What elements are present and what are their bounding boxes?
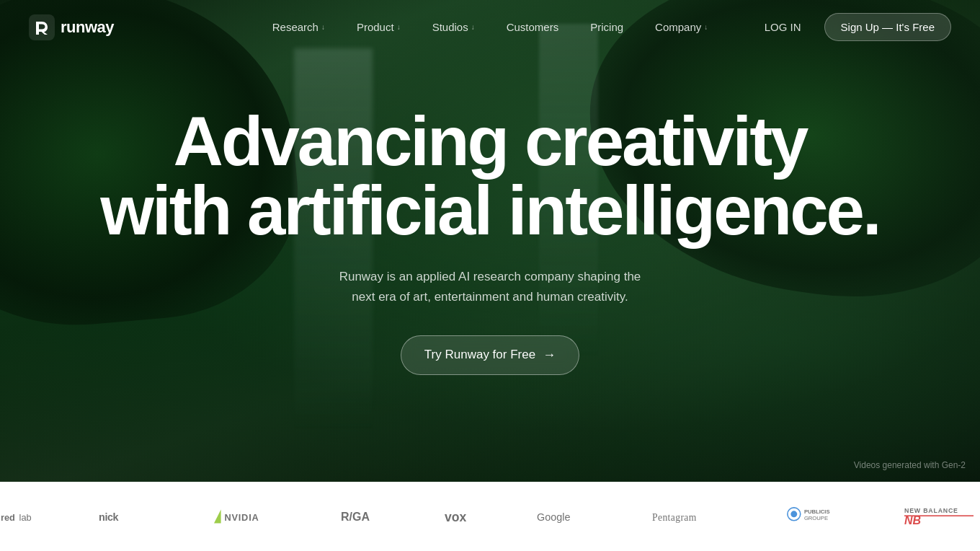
nav-item-research[interactable]: Research ↓: [257, 0, 341, 54]
svg-text:Pentagram: Pentagram: [652, 512, 697, 523]
hero-subtitle: Runway is an applied AI research company…: [100, 267, 879, 306]
cta-button[interactable]: Try Runway for Free →: [401, 335, 579, 375]
svg-text:PUBLICIS: PUBLICIS: [804, 508, 830, 515]
svg-text:vox: vox: [445, 510, 467, 524]
nav-item-pricing[interactable]: Pricing: [574, 0, 639, 54]
svg-text:NB: NB: [904, 514, 921, 526]
nav-links: Research ↓ Product ↓ Studios ↓ Customers…: [257, 0, 724, 54]
hero-content: Advancing creativity with artificial int…: [71, 107, 908, 374]
svg-rect-0: [29, 14, 55, 40]
chevron-down-icon: ↓: [704, 23, 708, 31]
svg-point-12: [790, 511, 797, 517]
nav-actions: LOG IN Sign Up — It's Free: [756, 13, 951, 41]
logo-wordmark: runway: [61, 18, 114, 37]
chevron-down-icon: ↓: [321, 23, 325, 31]
chevron-down-icon: ↓: [397, 23, 401, 31]
logo[interactable]: runway: [29, 14, 114, 40]
navigation: runway Research ↓ Product ↓ Studios ↓ Cu…: [0, 0, 980, 54]
hero-title-line2: with artificial intelligence.: [100, 176, 879, 245]
chevron-down-icon: ↓: [471, 23, 475, 31]
svg-text:lab: lab: [19, 512, 31, 523]
list-item: Google: [514, 482, 629, 551]
list-item: red lab: [0, 482, 76, 551]
nav-item-company[interactable]: Company ↓: [639, 0, 723, 54]
nav-item-studios[interactable]: Studios ↓: [416, 0, 491, 54]
list-item: vox: [422, 482, 514, 551]
svg-text:R/GA: R/GA: [341, 511, 370, 523]
list-item: NEW BALANCE NB: [881, 482, 980, 551]
arrow-right-icon: →: [543, 348, 556, 363]
list-item: NVIDIA: [191, 482, 318, 551]
video-attribution: Videos generated with Gen-2: [854, 460, 966, 470]
nav-item-customers[interactable]: Customers: [491, 0, 575, 54]
svg-text:red: red: [1, 512, 15, 523]
list-item: Pentagram: [629, 482, 762, 551]
sign-up-button[interactable]: Sign Up — It's Free: [824, 13, 951, 41]
list-item: PUBLICIS GROUPE: [762, 482, 881, 551]
svg-marker-5: [214, 509, 221, 523]
hero-section: Advancing creativity with artificial int…: [0, 0, 980, 482]
svg-text:NVIDIA: NVIDIA: [224, 512, 259, 523]
svg-text:Google: Google: [537, 511, 570, 523]
svg-text:NEW BALANCE: NEW BALANCE: [904, 507, 958, 514]
list-item: R/GA: [318, 482, 422, 551]
svg-text:GROUPE: GROUPE: [804, 515, 828, 521]
hero-title-line1: Advancing creativity: [100, 107, 879, 176]
nav-item-product[interactable]: Product ↓: [341, 0, 416, 54]
log-in-button[interactable]: LOG IN: [756, 15, 810, 39]
logos-bar: red lab nick NVIDIA R/GA vox Google: [0, 482, 980, 551]
list-item: nick: [76, 482, 191, 551]
svg-text:nick: nick: [99, 511, 120, 523]
